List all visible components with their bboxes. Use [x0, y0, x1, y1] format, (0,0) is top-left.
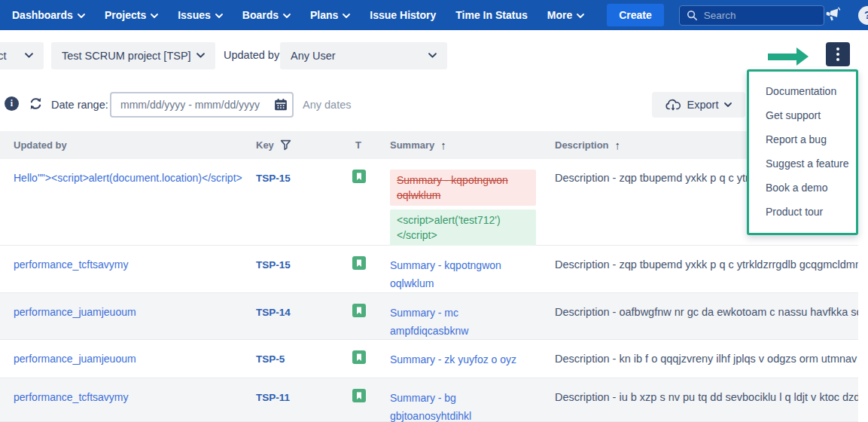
announcements-megaphone-icon[interactable]: [824, 7, 841, 23]
date-range-input[interactable]: [110, 92, 294, 118]
project-type-value: ject: [0, 50, 7, 62]
export-button[interactable]: Export: [652, 92, 745, 118]
menu-item-documentation[interactable]: Documentation: [749, 79, 856, 103]
nav-issues-label: Issues: [178, 9, 211, 21]
filter-funnel-icon[interactable]: [280, 139, 291, 151]
top-nav: Dashboards Projects Issues Boards Plans …: [0, 0, 868, 30]
menu-item-book-a-demo[interactable]: Book a demo: [749, 176, 856, 200]
date-range-label: Date range:: [51, 99, 108, 111]
project-type-select[interactable]: ject: [0, 42, 44, 69]
sort-ascending-icon[interactable]: ↑: [615, 139, 621, 151]
nav-dashboards[interactable]: Dashboards: [12, 9, 85, 21]
date-range-field: [110, 92, 294, 118]
chevron-down-icon: [577, 14, 584, 19]
story-issue-type-icon: [352, 256, 366, 270]
menu-item-get-support[interactable]: Get support: [749, 103, 856, 127]
help-menu: Documentation Get support Report a bug S…: [747, 69, 858, 235]
table-row: performance_juamjeuoum TSP-5 Summary - z…: [0, 340, 858, 378]
search-icon: [687, 10, 698, 21]
app-window: Dashboards Projects Issues Boards Plans …: [0, 0, 868, 422]
column-header-updated-by: Updated by: [14, 139, 67, 151]
sort-ascending-icon[interactable]: ↑: [440, 139, 446, 151]
filter-bar: ject Test SCRUM project [TSP] Updated by…: [0, 42, 868, 69]
summary-link[interactable]: Summary - mc ampfdiqcasbknw: [390, 304, 536, 340]
menu-item-report-a-bug[interactable]: Report a bug: [749, 127, 856, 151]
description-text: Description - zqp tbupemd yxkk p q c ytr…: [555, 258, 858, 271]
nav-dashboards-label: Dashboards: [12, 9, 73, 21]
summary-link[interactable]: Summary - zk yuyfoz o oyz: [390, 350, 536, 368]
description-text: Description - kn ib f o qqqjzvreny ilhf …: [555, 353, 858, 365]
updated-by-link[interactable]: performance_tcftsavymy: [14, 391, 129, 403]
refresh-icon[interactable]: [29, 96, 43, 113]
nav-boards[interactable]: Boards: [242, 9, 291, 21]
nav-projects[interactable]: Projects: [105, 9, 158, 21]
nav-issue-history-label: Issue History: [370, 9, 436, 21]
menu-item-suggest-a-feature[interactable]: Suggest a feature: [749, 151, 856, 176]
summary-diff-cell: Summary - kqpotngwon oqlwklum <script>al…: [390, 159, 536, 246]
story-issue-type-icon: [352, 170, 366, 183]
table-row: performance_juamjeuoum TSP-14 Summary - …: [0, 293, 858, 340]
issue-key-link[interactable]: TSP-14: [256, 307, 291, 318]
search-box[interactable]: [679, 5, 824, 26]
issue-history-table: Updated by Key T Summary ↑ Description ↑…: [0, 131, 858, 422]
calendar-icon[interactable]: [274, 98, 288, 114]
column-header-summary[interactable]: Summary ↑: [390, 139, 446, 151]
export-cloud-icon: [665, 99, 681, 112]
story-issue-type-icon: [352, 389, 366, 402]
column-header-type: T: [355, 139, 361, 151]
nav-plans-label: Plans: [310, 9, 338, 21]
help-icon[interactable]: ?: [858, 6, 868, 25]
toolbar: i Date range: Any dates Export: [0, 90, 868, 119]
column-header-key[interactable]: Key: [256, 139, 291, 151]
updated-by-select[interactable]: Any User: [280, 42, 447, 69]
description-text: Description - iu b xzp s nv pu tq dd sev…: [555, 391, 858, 403]
updated-by-link[interactable]: performance_juamjeuoum: [14, 306, 136, 318]
summary-link[interactable]: Summary - kqpotngwon oqlwklum: [390, 256, 536, 292]
annotation-arrow-icon: [768, 47, 809, 66]
chevron-down-icon: [196, 53, 205, 59]
nav-more[interactable]: More: [547, 9, 584, 21]
issue-key-link[interactable]: TSP-5: [256, 353, 285, 365]
description-text: Description - oafbwgfnw nr gc da ewkotoa…: [555, 306, 858, 318]
chevron-down-icon: [151, 14, 158, 19]
table-row: performance_tcftsavymy TSP-15 Summary - …: [0, 246, 858, 293]
project-select-value: Test SCRUM project [TSP]: [62, 50, 191, 62]
table-header: Updated by Key T Summary ↑ Description ↑: [0, 131, 858, 159]
nav-time-in-status[interactable]: Time In Status: [455, 9, 527, 21]
chevron-down-icon: [343, 14, 350, 19]
table-row: performance_tcftsavymy TSP-11 Summary - …: [0, 378, 858, 422]
chevron-down-icon: [428, 53, 437, 59]
updated-by-filter-label: Updated by:: [224, 49, 282, 61]
chevron-down-icon: [724, 102, 732, 108]
issue-key-link[interactable]: TSP-11: [256, 392, 290, 403]
create-button[interactable]: Create: [607, 4, 664, 26]
chevron-down-icon: [215, 14, 223, 19]
chevron-down-icon: [25, 53, 33, 59]
export-label: Export: [687, 99, 719, 111]
updated-by-link[interactable]: performance_tcftsavymy: [14, 258, 129, 271]
summary-removed-text: Summary - kqpotngwon oqlwklum: [390, 170, 536, 206]
info-icon[interactable]: i: [5, 96, 19, 111]
nav-more-label: More: [547, 9, 572, 21]
chevron-down-icon: [283, 14, 291, 19]
nav-issue-history[interactable]: Issue History: [370, 9, 436, 21]
nav-icon-group: ?: [824, 5, 868, 25]
kebab-menu-button[interactable]: [826, 42, 850, 66]
story-issue-type-icon: [352, 350, 366, 364]
project-select[interactable]: Test SCRUM project [TSP]: [51, 42, 215, 69]
updated-by-link[interactable]: Hello""><script>alert(document.location)…: [14, 172, 242, 184]
nav-projects-label: Projects: [105, 9, 146, 21]
nav-plans[interactable]: Plans: [310, 9, 350, 21]
column-header-description[interactable]: Description ↑: [555, 139, 620, 151]
nav-time-in-status-label: Time In Status: [455, 9, 527, 21]
story-issue-type-icon: [352, 304, 366, 317]
issue-key-link[interactable]: TSP-15: [256, 173, 291, 184]
menu-item-product-tour[interactable]: Product tour: [749, 200, 856, 224]
nav-boards-label: Boards: [242, 9, 279, 21]
search-input[interactable]: [704, 10, 817, 21]
chevron-down-icon: [78, 14, 85, 19]
issue-key-link[interactable]: TSP-15: [256, 259, 291, 271]
summary-link[interactable]: Summary - bg gbjtoanosyhtdihkl: [390, 389, 536, 422]
nav-issues[interactable]: Issues: [178, 9, 223, 21]
updated-by-link[interactable]: performance_juamjeuoum: [14, 353, 136, 365]
